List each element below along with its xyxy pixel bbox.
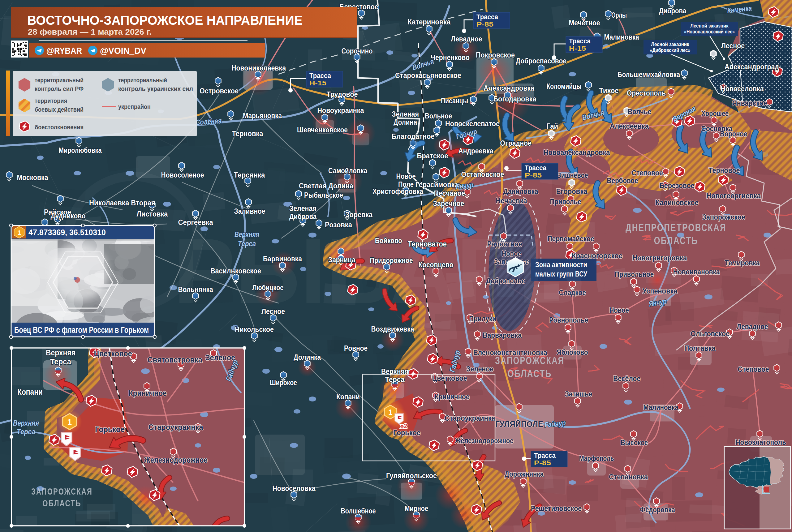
svg-text:Железнодорожное: Железнодорожное (455, 436, 513, 445)
svg-text:Терса: Терса (50, 357, 71, 366)
svg-text:Коломийцы: Коломийцы (547, 82, 582, 90)
svg-text:Зеленая: Зеленая (289, 204, 317, 212)
svg-text:Зеленое: Зеленое (466, 365, 493, 373)
svg-text:Криничное: Криничное (129, 388, 167, 398)
svg-text:Степовое: Степовое (738, 365, 769, 373)
svg-text:Верхняя: Верхняя (46, 348, 75, 357)
svg-text:Самойловка: Самойловка (328, 166, 367, 175)
svg-text:Долинка: Долинка (294, 353, 321, 361)
svg-text:Новое: Новое (396, 172, 416, 180)
svg-text:Трасса: Трасса (476, 13, 498, 21)
svg-text:«Дибровский лес»: «Дибровский лес» (650, 47, 691, 53)
svg-text:Большемихайловка: Большемихайловка (618, 70, 680, 79)
svg-text:Лесной заказник: Лесной заказник (651, 41, 689, 47)
svg-text:Широкое: Широкое (270, 378, 297, 387)
svg-text:Старокасьяновское: Старокасьяновское (395, 71, 461, 79)
svg-text:Р-85: Р-85 (476, 20, 493, 28)
svg-text:Николаевка Вторая: Николаевка Вторая (89, 198, 155, 207)
svg-text:«Новопавловский лес»: «Новопавловский лес» (684, 29, 735, 35)
svg-text:Вольное: Вольное (425, 112, 452, 120)
svg-text:Новогеоргиевка: Новогеоргиевка (706, 191, 761, 200)
svg-text:Весёлое: Весёлое (613, 374, 640, 383)
svg-text:Терса: Терса (385, 375, 405, 383)
svg-text:Железнодорожное: Железнодорожное (144, 455, 208, 464)
svg-text:Приволье: Приволье (550, 197, 581, 206)
svg-text:@RYBAR: @RYBAR (46, 45, 82, 56)
svg-text:Криничное: Криничное (435, 393, 470, 401)
svg-text:Ровное: Ровное (344, 344, 367, 352)
svg-text:Староукраинка: Староукраинка (149, 422, 203, 432)
svg-text:Успеновка: Успеновка (643, 287, 678, 295)
svg-text:Январское: Январское (732, 99, 767, 107)
svg-text:Волшебное: Волшебное (341, 507, 376, 515)
svg-text:Малиновка: Малиновка (604, 33, 640, 41)
svg-text:ОБЛАСТЬ: ОБЛАСТЬ (654, 234, 698, 246)
svg-text:Затишье: Затишье (565, 390, 592, 398)
svg-text:Тихое: Тихое (599, 86, 619, 95)
svg-text:Никольское: Никольское (235, 325, 274, 334)
svg-text:Братское: Братское (417, 152, 448, 160)
svg-text:Староукраинка: Староукраинка (445, 414, 496, 422)
svg-text:Листовка: Листовка (137, 210, 168, 218)
svg-text:Р-85: Р-85 (534, 459, 551, 467)
svg-text:Волчье: Волчье (628, 107, 651, 116)
svg-text:Орестополь: Орестополь (627, 89, 666, 97)
svg-text:Боец ВС РФ с флагом России в Г: Боец ВС РФ с флагом России в Горьком (14, 325, 149, 335)
svg-text:Благодатное: Благодатное (392, 132, 435, 140)
svg-text:Алексеевка: Алексеевка (610, 122, 649, 130)
svg-text:Полтавка: Полтавка (684, 344, 716, 352)
svg-text:Писанцы: Писанцы (441, 96, 468, 105)
svg-text:Вороное: Вороное (720, 130, 747, 138)
svg-text:Малиновка: Малиновка (643, 403, 679, 411)
svg-text:Егоровка: Егоровка (556, 187, 588, 195)
svg-text:Степановка: Степановка (609, 473, 648, 481)
svg-text:Высокое: Высокое (621, 438, 648, 446)
svg-text:Новоукраинка: Новоукраинка (317, 106, 364, 114)
svg-text:Фёдоровка: Фёдоровка (640, 506, 675, 514)
svg-text:Новогригоровка: Новогригоровка (633, 254, 687, 262)
svg-text:Нечаевка: Нечаевка (496, 196, 527, 205)
svg-text:Горькое: Горькое (393, 429, 420, 437)
svg-text:Р-85: Р-85 (525, 171, 542, 179)
svg-text:Остаповское: Остаповское (461, 170, 504, 178)
svg-text:Новозлатополь: Новозлатополь (735, 438, 786, 446)
svg-text:Варваровка: Варваровка (483, 331, 522, 339)
svg-text:Вербовое: Вербовое (607, 176, 638, 185)
svg-text:боевых действий: боевых действий (35, 106, 83, 113)
svg-text:укрепрайон: укрепрайон (118, 103, 151, 110)
svg-text:Воздвижевка: Воздвижевка (371, 325, 415, 333)
svg-text:Лесное: Лесное (721, 41, 745, 50)
svg-text:Новое: Новое (609, 306, 629, 314)
svg-text:Зоревка: Зоревка (345, 210, 373, 219)
svg-text:боестолкновения: боестолкновения (35, 124, 83, 131)
svg-text:Привольное: Привольное (615, 270, 654, 278)
svg-text:Новосоленое: Новосоленое (161, 171, 204, 179)
svg-text:Сорочино: Сорочино (342, 47, 373, 55)
svg-text:Заречное: Заречное (433, 199, 464, 208)
svg-text:территориальный: территориальный (35, 76, 83, 83)
svg-text:Н-15: Н-15 (309, 79, 326, 87)
svg-text:Новоселовка: Новоселовка (721, 84, 764, 93)
svg-text:ЗАПОРОЖСКАЯ: ЗАПОРОЖСКАЯ (495, 355, 564, 366)
svg-text:Горькое: Горькое (95, 425, 125, 434)
svg-text:РЫБАРЬ: РЫБАРЬ (173, 219, 585, 323)
svg-text:Копани: Копани (336, 393, 360, 401)
svg-text:Черненково: Черненково (431, 53, 470, 61)
svg-text:Заливное: Заливное (234, 207, 265, 215)
svg-text:ОБЛАСТЬ: ОБЛАСТЬ (42, 498, 81, 508)
svg-text:Дорожнянка: Дорожнянка (505, 470, 544, 478)
svg-text:Святопетровка: Святопетровка (148, 355, 202, 364)
svg-text:территория: территория (35, 97, 67, 104)
svg-text:Поле: Поле (398, 180, 414, 188)
svg-text:контроль сил РФ: контроль сил РФ (35, 85, 83, 92)
svg-text:Доброспасовое: Доброспасовое (516, 57, 566, 65)
svg-text:Копани: Копани (17, 387, 43, 397)
svg-text:Островское: Островское (200, 87, 239, 95)
svg-text:28 февраля — 1 марта 2026 г.: 28 февраля — 1 марта 2026 г. (28, 27, 152, 36)
svg-text:ОБЛАСТЬ: ОБЛАСТЬ (508, 367, 552, 379)
svg-text:Богодаровка: Богодаровка (493, 95, 537, 103)
svg-text:Александроград: Александроград (724, 62, 779, 71)
svg-text:Светлая Долина: Светлая Долина (299, 182, 354, 190)
svg-text:Марьяновка: Марьяновка (243, 111, 282, 120)
svg-text:Покровское: Покровское (476, 51, 515, 59)
